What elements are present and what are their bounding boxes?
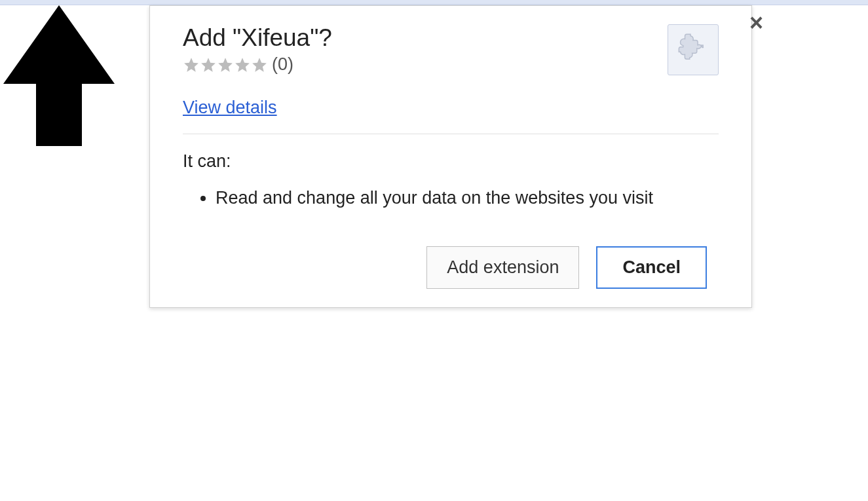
star-icon (200, 56, 217, 73)
view-details-link[interactable]: View details (183, 98, 277, 118)
close-button[interactable]: × (745, 11, 767, 35)
star-icon (183, 56, 200, 73)
arrow-up-icon (0, 137, 118, 148)
close-icon: × (749, 9, 763, 36)
add-extension-button[interactable]: Add extension (426, 246, 579, 289)
star-icon (251, 56, 268, 73)
divider (183, 134, 719, 134)
star-icon (234, 56, 251, 73)
permissions-list: Read and change all your data on the web… (183, 186, 719, 211)
rating-count: (0) (272, 54, 293, 75)
cancel-button[interactable]: Cancel (596, 246, 707, 289)
rating-row: (0) (183, 54, 332, 75)
add-extension-dialog: × Add "Xifeua"? (0) (149, 5, 752, 308)
permissions-heading: It can: (183, 151, 719, 172)
puzzle-piece-icon (676, 31, 710, 68)
permission-item: Read and change all your data on the web… (216, 186, 719, 211)
dialog-body: Add "Xifeua"? (0) (150, 6, 751, 289)
dialog-header: Add "Xifeua"? (0) (183, 24, 719, 75)
top-bar (0, 0, 868, 5)
star-rating (183, 56, 268, 73)
button-row: Add extension Cancel (183, 246, 719, 289)
title-block: Add "Xifeua"? (0) (183, 24, 332, 75)
dialog-title: Add "Xifeua"? (183, 24, 332, 52)
star-icon (217, 56, 234, 73)
extension-icon-box (668, 24, 719, 75)
